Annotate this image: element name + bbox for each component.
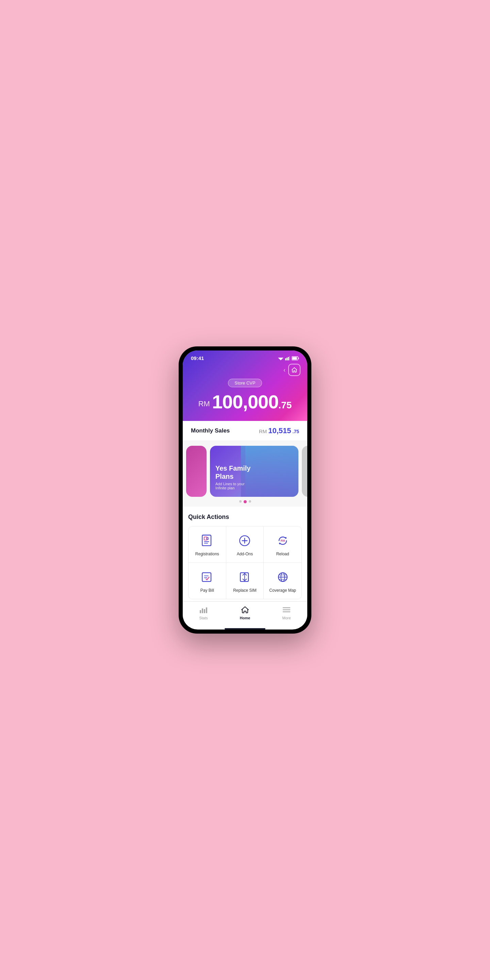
quick-actions-title: Quick Actions <box>188 514 302 520</box>
scroll-content[interactable]: Yes FamilyPlans Add Lines to yourInfinit… <box>183 441 307 601</box>
header-main-amount: 100,000 <box>212 391 278 412</box>
carousel-dot-1[interactable] <box>239 500 242 503</box>
tab-bar: Stats Home <box>183 601 307 627</box>
svg-text:RM: RM <box>280 539 285 542</box>
header-amount: RM100,000.75 <box>183 387 307 421</box>
ms-cents: .75 <box>293 429 299 434</box>
store-badge-container: Store CVP <box>183 379 307 387</box>
svg-rect-6 <box>298 358 299 359</box>
addons-label: Add-Ons <box>237 552 253 556</box>
monthly-sales-label: Monthly Sales <box>191 427 230 434</box>
home-nav-button[interactable] <box>288 364 301 376</box>
header-cents: .75 <box>278 400 292 410</box>
svg-rect-30 <box>206 608 207 613</box>
svg-rect-4 <box>289 356 290 360</box>
stats-icon <box>199 605 208 614</box>
reload-icon: RM <box>275 533 290 548</box>
paybill-icon-wrapper <box>199 569 215 585</box>
svg-rect-3 <box>288 357 289 360</box>
carousel-right-card[interactable] <box>302 446 307 497</box>
ms-value: 10,515 <box>268 426 291 435</box>
header-section: 09:41 <box>183 350 307 421</box>
status-icons <box>278 356 299 360</box>
home-nav-icon <box>291 366 298 373</box>
actions-grid: Registrations Add-Ons <box>188 526 302 599</box>
registrations-label: Registrations <box>195 552 219 556</box>
svg-marker-0 <box>278 358 283 360</box>
tab-stats[interactable]: Stats <box>183 605 224 620</box>
ms-rm-label: RM <box>259 428 267 434</box>
replacesim-icon-wrapper <box>237 569 253 585</box>
svg-rect-1 <box>285 358 286 360</box>
home-indicator <box>224 628 266 630</box>
header-nav: ‹ <box>183 361 307 376</box>
action-addons[interactable]: Add-Ons <box>226 527 264 563</box>
header-rm-label: RM <box>198 399 210 408</box>
tab-more[interactable]: More <box>266 605 307 620</box>
status-bar: 09:41 <box>183 350 307 361</box>
svg-rect-7 <box>292 357 297 360</box>
monthly-sales-amount: RM 10,515.75 <box>259 426 299 435</box>
paybill-icon <box>200 570 215 585</box>
carousel-section: Yes FamilyPlans Add Lines to yourInfinit… <box>183 441 307 507</box>
home-icon-wrapper <box>240 605 250 614</box>
carousel-wrapper[interactable]: Yes FamilyPlans Add Lines to yourInfinit… <box>183 446 307 497</box>
svg-rect-29 <box>204 609 205 613</box>
replacesim-label: Replace SIM <box>233 588 256 593</box>
more-icon-wrapper <box>282 605 291 614</box>
action-coveragemap[interactable]: Coverage Map <box>264 563 301 599</box>
svg-rect-2 <box>286 358 288 360</box>
carousel-dot-2[interactable] <box>243 500 247 503</box>
action-registrations[interactable]: Registrations <box>189 527 226 563</box>
registrations-icon-wrapper <box>199 533 215 549</box>
action-reload[interactable]: RM Reload <box>264 527 301 563</box>
carousel-card-text: Yes FamilyPlans Add Lines to yourInfinit… <box>215 464 250 490</box>
carousel-dots <box>183 500 307 503</box>
tab-home[interactable]: Home <box>224 605 266 620</box>
more-tab-label: More <box>282 616 291 620</box>
addons-icon-wrapper <box>237 533 253 549</box>
wifi-icon <box>278 356 283 360</box>
home-tab-icon <box>240 605 250 614</box>
addons-icon <box>237 533 252 548</box>
more-icon <box>282 605 291 614</box>
battery-icon <box>292 356 299 360</box>
home-tab-label: Home <box>240 616 250 620</box>
stats-icon-wrapper <box>199 605 208 614</box>
paybill-label: Pay Bill <box>200 588 214 593</box>
registrations-icon <box>200 533 215 548</box>
quick-actions-section: Quick Actions R <box>183 507 307 601</box>
action-replacesim[interactable]: Replace SIM <box>226 563 264 599</box>
coveragemap-label: Coverage Map <box>269 588 296 593</box>
status-time: 09:41 <box>191 355 204 361</box>
back-button[interactable]: ‹ <box>283 366 285 374</box>
carousel-dot-3[interactable] <box>249 500 251 503</box>
action-paybill[interactable]: Pay Bill <box>189 563 226 599</box>
store-badge: Store CVP <box>228 379 262 387</box>
svg-rect-12 <box>207 538 208 540</box>
reload-label: Reload <box>276 552 289 556</box>
stats-tab-label: Stats <box>199 616 208 620</box>
monthly-sales-bar: Monthly Sales RM 10,515.75 <box>183 421 307 441</box>
phone-screen: 09:41 <box>183 350 307 630</box>
replacesim-icon <box>237 570 252 585</box>
svg-rect-27 <box>200 610 201 613</box>
coveragemap-icon <box>275 570 290 585</box>
coveragemap-icon-wrapper <box>275 569 291 585</box>
carousel-main-card[interactable]: Yes FamilyPlans Add Lines to yourInfinit… <box>210 446 298 497</box>
phone-shell: 09:41 <box>179 347 311 633</box>
carousel-card-title: Yes FamilyPlans <box>215 464 250 480</box>
svg-rect-28 <box>202 608 203 613</box>
carousel-card-subtitle: Add Lines to yourInfinite plan <box>215 482 250 490</box>
reload-icon-wrapper: RM <box>275 533 291 549</box>
carousel-left-card[interactable] <box>186 446 207 497</box>
svg-rect-17 <box>202 573 211 582</box>
signal-icon <box>285 356 290 360</box>
